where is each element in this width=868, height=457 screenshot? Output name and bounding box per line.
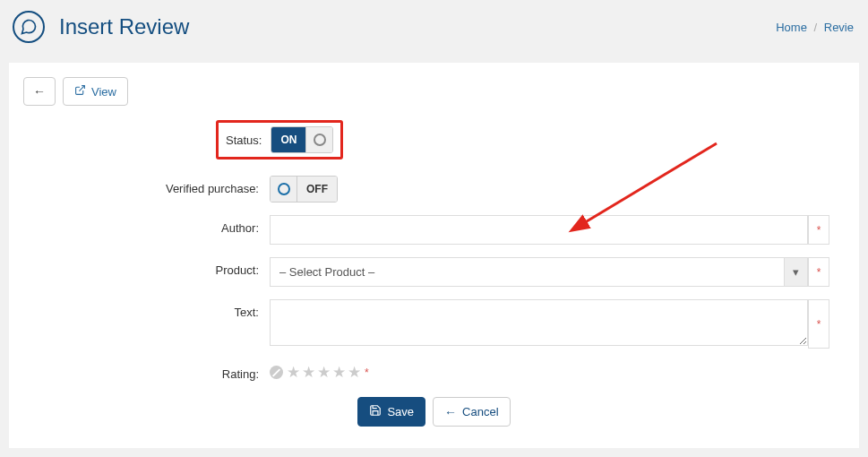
- arrow-left-icon: [444, 405, 457, 419]
- panel-toolbar: View: [23, 77, 845, 106]
- external-link-icon: [74, 84, 86, 99]
- save-icon: [369, 404, 382, 419]
- product-row: Product: – Select Product – ▾ *: [23, 257, 845, 287]
- header-bar: Insert Review Home / Revie: [0, 0, 868, 54]
- rating-stars[interactable]: ★ ★ ★ ★ ★ *: [270, 361, 369, 380]
- form-panel: View Status: ON Verified purchase: OFF: [9, 63, 859, 448]
- star-icon[interactable]: ★: [287, 365, 300, 380]
- view-button-label: View: [91, 85, 116, 99]
- verified-row: Verified purchase: OFF: [23, 176, 845, 203]
- footer-actions: Save Cancel: [23, 397, 845, 427]
- breadcrumb-sep: /: [814, 21, 818, 34]
- status-label: Status:: [226, 134, 271, 147]
- status-toggle[interactable]: ON: [271, 126, 333, 153]
- author-input[interactable]: [270, 215, 808, 245]
- product-label: Product:: [23, 257, 270, 277]
- verified-label: Verified purchase:: [23, 176, 270, 195]
- text-input[interactable]: [270, 299, 808, 346]
- verified-toggle[interactable]: OFF: [270, 176, 338, 203]
- required-marker: *: [808, 257, 829, 287]
- toggle-knob-circle: [278, 183, 290, 195]
- required-marker: *: [808, 299, 829, 349]
- svg-line-0: [79, 86, 84, 91]
- rating-label: Rating:: [23, 361, 270, 381]
- status-annotation-box: Status: ON: [216, 120, 343, 160]
- star-icon[interactable]: ★: [317, 365, 331, 380]
- cancel-button[interactable]: Cancel: [433, 397, 510, 427]
- view-button[interactable]: View: [63, 77, 128, 106]
- cancel-button-label: Cancel: [462, 405, 498, 418]
- save-button[interactable]: Save: [357, 397, 425, 427]
- breadcrumb-reviews[interactable]: Revie: [824, 21, 854, 34]
- breadcrumb: Home / Revie: [776, 21, 854, 34]
- rating-row: Rating: ★ ★ ★ ★ ★ *: [23, 361, 845, 381]
- toggle-on-label: ON: [271, 127, 305, 152]
- product-select-placeholder: – Select Product –: [271, 258, 784, 286]
- text-row: Text: *: [23, 299, 845, 349]
- product-select[interactable]: – Select Product – ▾: [270, 257, 808, 287]
- required-marker: *: [365, 366, 369, 379]
- save-button-label: Save: [387, 405, 414, 418]
- star-icon[interactable]: ★: [332, 365, 346, 380]
- clear-rating-icon[interactable]: [270, 366, 283, 379]
- page-title: Insert Review: [59, 14, 189, 39]
- required-marker: *: [808, 215, 829, 245]
- text-label: Text:: [23, 299, 270, 319]
- author-row: Author: *: [23, 215, 845, 245]
- status-row: Status: ON: [216, 120, 845, 160]
- toggle-off-label: OFF: [297, 177, 337, 202]
- header-left: Insert Review: [7, 11, 189, 43]
- author-label: Author:: [23, 215, 270, 235]
- toggle-knob: [271, 177, 297, 202]
- back-button[interactable]: [23, 77, 56, 106]
- star-icon[interactable]: ★: [302, 365, 315, 380]
- toggle-knob: [305, 127, 332, 152]
- star-icon[interactable]: ★: [348, 365, 361, 380]
- chevron-down-icon: ▾: [784, 258, 807, 286]
- toggle-knob-circle: [314, 134, 326, 146]
- speech-bubble-icon: [13, 11, 45, 43]
- arrow-left-icon: [33, 84, 46, 99]
- breadcrumb-home[interactable]: Home: [776, 21, 807, 34]
